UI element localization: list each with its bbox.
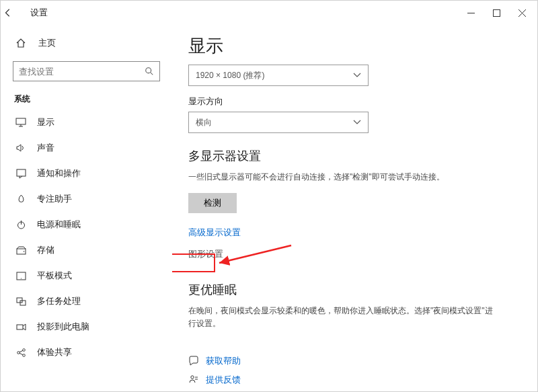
project-icon xyxy=(14,323,28,331)
svg-line-3 xyxy=(151,73,153,75)
home-nav[interactable]: 主页 xyxy=(13,32,160,54)
orientation-dropdown[interactable]: 横向 xyxy=(188,112,369,133)
search-input-container[interactable] xyxy=(13,61,160,81)
window-title: 设置 xyxy=(25,7,48,19)
svg-line-21 xyxy=(20,353,23,354)
svg-point-13 xyxy=(20,278,21,278)
sleep-desc: 在晚间，夜间模式会显示较柔和的暖色，帮助你进入睡眠状态。选择"夜间模式设置"进行… xyxy=(188,305,498,330)
get-help-link[interactable]: 获取帮助 xyxy=(188,355,521,367)
sidebar-item-label: 显示 xyxy=(37,116,54,128)
resolution-dropdown[interactable]: 1920 × 1080 (推荐) xyxy=(188,65,369,86)
advanced-display-link[interactable]: 高级显示设置 xyxy=(188,227,241,239)
sidebar-item-label: 专注助手 xyxy=(37,193,72,205)
help-label: 获取帮助 xyxy=(206,355,241,367)
orientation-label: 显示方向 xyxy=(188,95,521,108)
feedback-label: 提供反馈 xyxy=(206,374,241,386)
section-heading: 系统 xyxy=(13,93,160,105)
svg-rect-1 xyxy=(493,9,500,16)
svg-point-2 xyxy=(146,68,151,73)
sidebar-item-share[interactable]: 体验共享 xyxy=(13,340,160,364)
sidebar-item-notifications[interactable]: 通知和操作 xyxy=(13,161,160,186)
multi-display-heading: 多显示器设置 xyxy=(188,148,521,164)
maximize-button[interactable] xyxy=(484,3,509,23)
sidebar-item-project[interactable]: 投影到此电脑 xyxy=(13,315,160,339)
back-button[interactable] xyxy=(3,8,25,17)
help-icon xyxy=(188,356,199,366)
svg-point-18 xyxy=(22,348,25,351)
sound-icon xyxy=(14,143,28,153)
search-input[interactable] xyxy=(19,67,145,77)
share-icon xyxy=(14,348,28,358)
minimize-button[interactable] xyxy=(458,3,484,23)
home-icon xyxy=(15,38,29,48)
resolution-value: 1920 × 1080 (推荐) xyxy=(196,70,264,81)
chevron-down-icon xyxy=(353,120,361,125)
svg-point-11 xyxy=(23,251,24,252)
sidebar-item-label: 通知和操作 xyxy=(37,167,81,180)
nav-list: 显示 声音 通知和操作 专注助手 电源和睡眠 xyxy=(13,110,160,364)
sleep-heading: 更优睡眠 xyxy=(188,282,521,298)
sidebar-item-label: 平板模式 xyxy=(37,270,72,282)
graphics-settings-link[interactable]: 图形设置 xyxy=(188,248,223,260)
titlebar: 设置 xyxy=(1,1,537,25)
multitask-icon xyxy=(14,297,28,306)
sidebar-item-label: 多任务处理 xyxy=(37,295,81,307)
content-pane: 显示 1920 × 1080 (推荐) 显示方向 横向 多显示器设置 一些旧式显… xyxy=(172,25,537,391)
svg-rect-4 xyxy=(16,118,26,124)
svg-point-19 xyxy=(22,354,25,356)
home-label: 主页 xyxy=(38,37,56,49)
storage-icon xyxy=(14,246,28,255)
sidebar-item-label: 电源和睡眠 xyxy=(37,219,81,231)
sidebar-item-tablet[interactable]: 平板模式 xyxy=(13,264,160,288)
sidebar-item-focus[interactable]: 专注助手 xyxy=(13,187,160,211)
sidebar-item-label: 存储 xyxy=(37,244,54,256)
orientation-value: 横向 xyxy=(196,117,212,128)
sidebar-item-label: 声音 xyxy=(37,142,54,154)
sidebar-item-label: 投影到此电脑 xyxy=(37,321,89,333)
detect-button[interactable]: 检测 xyxy=(188,193,237,213)
svg-rect-7 xyxy=(17,169,26,176)
chevron-down-icon xyxy=(353,73,361,78)
sidebar-item-display[interactable]: 显示 xyxy=(13,110,160,134)
power-icon xyxy=(14,220,28,230)
display-icon xyxy=(14,118,28,127)
svg-point-17 xyxy=(17,351,20,354)
tablet-icon xyxy=(14,272,28,280)
search-icon[interactable] xyxy=(145,67,154,76)
focus-icon xyxy=(14,194,28,204)
close-button[interactable] xyxy=(509,3,535,23)
sidebar-item-storage[interactable]: 存储 xyxy=(13,238,160,262)
sidebar-item-multitask[interactable]: 多任务处理 xyxy=(13,289,160,313)
notifications-icon xyxy=(14,169,28,179)
page-title: 显示 xyxy=(188,34,521,58)
svg-point-22 xyxy=(191,375,194,378)
svg-line-20 xyxy=(20,350,23,352)
sidebar-item-sound[interactable]: 声音 xyxy=(13,136,160,160)
multi-display-desc: 一些旧式显示器可能不会进行自动连接，选择"检测"即可尝试手动连接。 xyxy=(188,171,498,184)
sidebar-item-label: 体验共享 xyxy=(37,346,72,358)
sidebar: 主页 系统 显示 声音 通知和操作 xyxy=(1,25,172,391)
feedback-link[interactable]: 提供反馈 xyxy=(188,374,521,386)
sidebar-item-power[interactable]: 电源和睡眠 xyxy=(13,212,160,237)
svg-rect-16 xyxy=(17,325,23,329)
feedback-icon xyxy=(188,375,199,385)
